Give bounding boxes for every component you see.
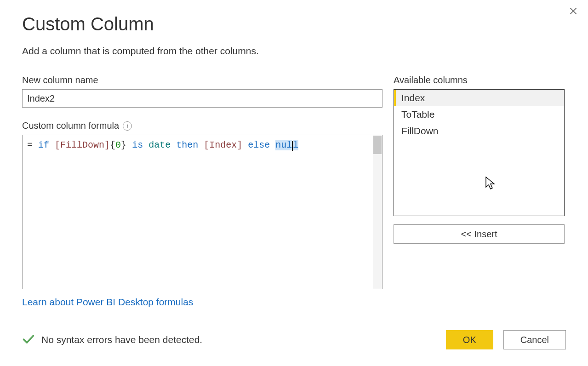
formula-token: date [148,140,171,150]
formula-token [143,140,148,150]
formula-token: [FillDown] [55,140,110,150]
status-text: No syntax errors have been detected. [41,334,202,345]
formula-token: else [248,140,270,150]
formula-token: } [121,140,126,150]
formula-token: nul [275,140,292,150]
formula-token: { [110,140,115,150]
formula-label-text: Custom column formula [22,120,119,131]
formula-token: l [293,140,298,150]
check-icon [22,332,35,347]
formula-label: Custom column formula i [22,120,382,131]
insert-button[interactable]: << Insert [394,224,565,244]
dialog-title: Custom Column [22,14,566,34]
formula-token [270,140,275,150]
dialog-description: Add a column that is computed from the o… [22,46,566,57]
formula-token: is [132,140,143,150]
formula-editor-wrapper: = if [FillDown]{0} is date then [Index] … [22,135,382,289]
formula-token [49,140,55,150]
status-row: No syntax errors have been detected. [22,332,202,347]
ok-button[interactable]: OK [446,330,493,349]
formula-token: = [27,140,38,150]
formula-token [242,140,248,150]
cancel-button[interactable]: Cancel [503,330,566,349]
formula-scrollbar-thumb[interactable] [373,136,382,154]
column-name-input[interactable] [22,89,382,108]
formula-scrollbar-track[interactable] [373,135,382,289]
formula-token [171,140,176,150]
available-columns-list: Index ToTable FillDown [394,89,565,216]
learn-link[interactable]: Learn about Power BI Desktop formulas [22,297,193,308]
available-columns-label: Available columns [394,75,565,86]
close-icon [569,6,578,16]
close-button[interactable] [566,4,581,18]
custom-column-dialog: Custom Column Add a column that is compu… [0,0,588,366]
info-icon[interactable]: i [123,121,132,131]
formula-token: 0 [115,140,121,150]
available-column-item-totable[interactable]: ToTable [394,106,564,123]
formula-token: then [176,140,198,150]
available-column-item-filldown[interactable]: FillDown [394,123,564,139]
formula-token: if [38,140,49,150]
available-column-item-index[interactable]: Index [394,90,564,106]
formula-editor[interactable]: = if [FillDown]{0} is date then [Index] … [23,135,382,289]
text-cursor [292,141,293,151]
column-name-label: New column name [22,75,382,86]
formula-token: [Index] [204,140,242,150]
formula-token [126,140,132,150]
formula-token [198,140,204,150]
